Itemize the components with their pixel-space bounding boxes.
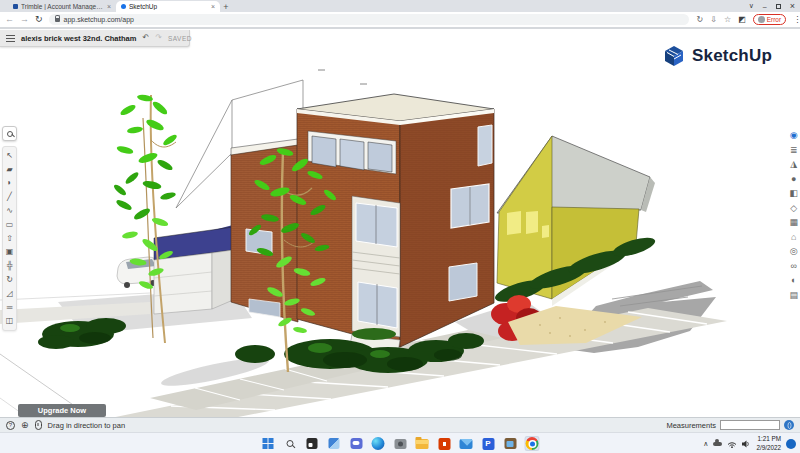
tool-scale[interactable]: ◿ bbox=[3, 287, 16, 301]
tool-rotate[interactable]: ↻ bbox=[3, 273, 16, 287]
tool-tape-measure[interactable]: ═ bbox=[3, 301, 16, 315]
new-tab-button[interactable]: + bbox=[220, 1, 232, 12]
task-view-icon[interactable] bbox=[305, 436, 320, 451]
panel-views-icon[interactable]: ⌂ bbox=[791, 233, 796, 242]
forward-icon[interactable]: → bbox=[20, 15, 29, 24]
browser-menu-kebab-icon[interactable]: ⋮ bbox=[793, 16, 800, 24]
paint-app-icon[interactable]: P bbox=[481, 436, 496, 451]
browser-toolbar: ← → ↻ app.sketchup.com/app ↻ ⇩ ☆ ◩ Error… bbox=[0, 12, 800, 28]
teams-chat-icon[interactable] bbox=[349, 436, 364, 451]
file-explorer-icon[interactable] bbox=[415, 436, 430, 451]
tool-select[interactable]: ↖ bbox=[3, 149, 16, 163]
bookmark-star-icon[interactable]: ☆ bbox=[724, 16, 731, 24]
reload-icon[interactable]: ↻ bbox=[35, 15, 43, 24]
panel-styles-icon[interactable]: ◧ bbox=[789, 189, 798, 198]
tool-section-plane[interactable]: ◫ bbox=[3, 315, 16, 329]
tab-close-icon[interactable]: × bbox=[211, 3, 215, 10]
panel-entity-info-icon[interactable]: ◉ bbox=[790, 131, 798, 140]
mouse-hint-icon bbox=[35, 420, 42, 430]
browser-tab-sketchup[interactable]: SketchUp × bbox=[116, 1, 220, 12]
browser-tab-trimble[interactable]: Trimble | Account Management × bbox=[8, 1, 116, 12]
windows-taskbar: P ∧ 1:21 PM 2/9/2022 bbox=[0, 432, 800, 453]
widgets-icon[interactable] bbox=[327, 436, 342, 451]
avatar bbox=[758, 16, 765, 23]
measurements-label: Measurements bbox=[666, 421, 716, 430]
tool-offset[interactable]: ▣ bbox=[3, 246, 16, 260]
tool-rectangle[interactable]: ▭ bbox=[3, 218, 16, 232]
back-icon[interactable]: ← bbox=[5, 15, 14, 24]
panel-tags-icon[interactable]: ◇ bbox=[790, 204, 797, 213]
menu-hamburger-icon[interactable] bbox=[6, 35, 15, 42]
install-app-icon[interactable]: ⇩ bbox=[710, 16, 717, 24]
search-icon bbox=[7, 131, 13, 137]
tray-chevron-icon[interactable]: ∧ bbox=[703, 440, 708, 447]
maximize-icon[interactable] bbox=[776, 4, 781, 9]
tool-eraser[interactable]: ▰ bbox=[3, 163, 16, 177]
extensions-puzzle-icon[interactable]: ◩ bbox=[738, 16, 746, 24]
address-bar[interactable]: app.sketchup.com/app bbox=[49, 14, 689, 25]
help-icon[interactable]: ? bbox=[6, 421, 15, 430]
tab-title: SketchUp bbox=[129, 3, 208, 10]
search-tool-button[interactable] bbox=[2, 126, 17, 141]
mail-app-icon[interactable] bbox=[459, 436, 474, 451]
camera-app-icon[interactable] bbox=[393, 436, 408, 451]
sketchup-file-bar: alexis brick west 32nd. Chatham ↶ ↷ SAVE… bbox=[0, 30, 190, 47]
toolbar-icons: ↻ ⇩ ☆ ◩ Error ⋮ bbox=[697, 14, 800, 25]
right-panel-rail: ◉ ≣ ◮ ● ◧ ◇ ▦ ⌂ ◎ ∞ ◐ ▤ bbox=[789, 131, 798, 300]
trimble-favicon bbox=[13, 4, 18, 9]
sketchup-cube-icon bbox=[662, 44, 686, 68]
left-tool-rail: ↖ ▰ ◗ ╱ ∿ ▭ ⇧ ▣ ╬ ↻ ◿ ═ ◫ bbox=[2, 126, 17, 331]
tool-freehand[interactable]: ∿ bbox=[3, 204, 16, 218]
tool-paint-bucket[interactable]: ◗ bbox=[3, 177, 16, 191]
tool-strip: ↖ ▰ ◗ ╱ ∿ ▭ ⇧ ▣ ╬ ↻ ◿ ═ ◫ bbox=[2, 146, 17, 331]
3d-model-canvas[interactable] bbox=[0, 28, 800, 432]
upgrade-now-button[interactable]: Upgrade Now bbox=[18, 404, 106, 417]
measurements-input[interactable] bbox=[720, 420, 780, 430]
minimize-icon[interactable]: – bbox=[763, 3, 767, 10]
panel-scenes-icon[interactable]: ▦ bbox=[789, 218, 798, 227]
panel-model-info-icon[interactable]: ▤ bbox=[789, 291, 798, 300]
profile-error-badge[interactable]: Error bbox=[753, 14, 786, 25]
window-controls: ∨ – × bbox=[749, 0, 798, 12]
onedrive-cloud-icon[interactable] bbox=[713, 442, 722, 446]
sync-icon[interactable]: ↻ bbox=[697, 16, 704, 24]
measurements-globe-icon[interactable] bbox=[784, 420, 794, 430]
close-window-icon[interactable]: × bbox=[790, 1, 795, 11]
globe-icon[interactable]: ⊕ bbox=[21, 421, 29, 430]
model-filename[interactable]: alexis brick west 32nd. Chatham bbox=[21, 34, 136, 43]
sketchup-logo-text: SketchUp bbox=[692, 46, 772, 66]
tab-close-icon[interactable]: × bbox=[107, 3, 111, 10]
tool-move[interactable]: ╬ bbox=[3, 259, 16, 273]
tool-push-pull[interactable]: ⇧ bbox=[3, 232, 16, 246]
chrome-browser-icon[interactable] bbox=[525, 436, 540, 451]
store-app-icon[interactable] bbox=[503, 436, 518, 451]
error-label: Error bbox=[767, 16, 781, 23]
volume-icon[interactable] bbox=[742, 440, 751, 448]
taskbar-clock[interactable]: 1:21 PM 2/9/2022 bbox=[756, 435, 781, 451]
panel-materials-icon[interactable]: ● bbox=[791, 175, 796, 184]
measurements-group: Measurements bbox=[666, 420, 794, 430]
undo-icon[interactable]: ↶ bbox=[142, 34, 149, 42]
status-hint-text: Drag in direction to pan bbox=[48, 421, 126, 430]
panel-shadows-icon[interactable]: ◐ bbox=[791, 276, 796, 285]
saved-status: SAVED bbox=[168, 35, 192, 42]
panel-soften-edges-icon[interactable]: ∞ bbox=[791, 262, 797, 271]
panel-display-icon[interactable]: ◎ bbox=[790, 247, 798, 256]
panel-components-icon[interactable]: ◮ bbox=[790, 160, 797, 169]
notification-badge[interactable] bbox=[786, 439, 796, 449]
tray-date: 2/9/2022 bbox=[756, 444, 781, 452]
lock-icon bbox=[55, 18, 60, 22]
system-tray: ∧ 1:21 PM 2/9/2022 bbox=[703, 433, 796, 453]
wifi-icon[interactable] bbox=[727, 440, 737, 448]
office-app-icon[interactable] bbox=[437, 436, 452, 451]
sketchup-status-bar: ? ⊕ Drag in direction to pan Measurement… bbox=[0, 417, 800, 432]
start-button[interactable] bbox=[261, 436, 276, 451]
tool-line[interactable]: ╱ bbox=[3, 190, 16, 204]
edge-browser-icon[interactable] bbox=[371, 436, 386, 451]
redo-icon[interactable]: ↷ bbox=[155, 34, 162, 42]
tab-search-icon[interactable]: ∨ bbox=[749, 2, 754, 10]
taskbar-search-icon[interactable] bbox=[283, 436, 298, 451]
panel-instructor-icon[interactable]: ≣ bbox=[790, 146, 798, 155]
taskbar-icons: P bbox=[261, 433, 540, 453]
url-text: app.sketchup.com/app bbox=[64, 16, 134, 23]
